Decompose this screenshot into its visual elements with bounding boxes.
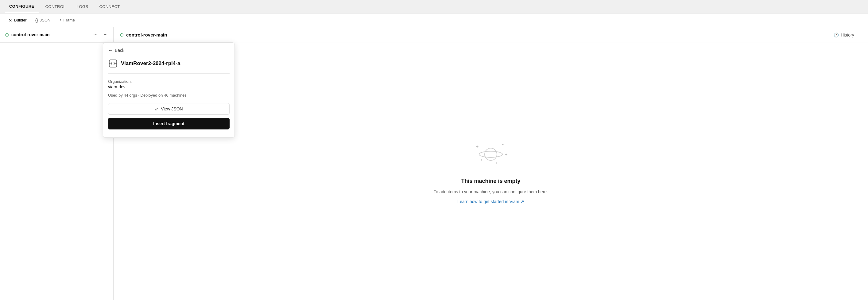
sidebar-title: control-rover-main [11, 32, 50, 37]
usage-text: Used by 44 orgs · Deployed on 46 machine… [108, 93, 229, 98]
nav-logs[interactable]: LOGS [72, 1, 93, 12]
popup-back-label: Back [115, 48, 124, 53]
sidebar-add-button[interactable]: + [102, 31, 108, 38]
org-label: Organization: [108, 79, 229, 84]
view-json-icon: ⤢ [155, 106, 158, 111]
nav-connect[interactable]: CONNECT [95, 1, 124, 12]
insert-fragment-button[interactable]: Insert fragment [108, 118, 229, 129]
subnav-json-label: JSON [40, 18, 51, 23]
content-wifi-icon: ⊙ [120, 32, 124, 38]
builder-icon: ✕ [9, 18, 12, 23]
fragment-dropdown-popup: ← Back ViamRover2-2024-rpi4-a Organizati… [103, 42, 235, 138]
view-json-label: View JSON [161, 106, 183, 111]
external-link-icon: ↗ [521, 199, 524, 204]
content-title: control-rover-main [126, 32, 167, 37]
view-json-button[interactable]: ⤢ View JSON [108, 103, 229, 115]
subnav-builder-label: Builder [14, 18, 26, 23]
empty-description: To add items to your machine, you can co… [434, 189, 548, 194]
frame-icon: ⌖ [59, 18, 62, 23]
top-nav: CONFIGURE CONTROL LOGS CONNECT [0, 0, 868, 13]
subnav-frame[interactable]: ⌖ Frame [56, 15, 79, 25]
content-header-actions: 🕐 History ··· [834, 32, 862, 38]
get-started-link-text: Learn how to get started in Viam [457, 199, 519, 204]
svg-text:✦: ✦ [480, 158, 483, 162]
nav-configure[interactable]: CONFIGURE [5, 1, 39, 12]
subnav-builder[interactable]: ✕ Builder [5, 15, 30, 25]
main-layout: ⊙ control-rover-main ··· + ← Back [0, 27, 868, 300]
history-label: History [841, 33, 854, 37]
insert-fragment-label: Insert fragment [153, 121, 184, 126]
history-clock-icon: 🕐 [834, 33, 839, 37]
fragment-icon [108, 59, 118, 68]
get-started-link[interactable]: Learn how to get started in Viam ↗ [457, 199, 524, 204]
content-title-row: ⊙ control-rover-main [120, 32, 167, 38]
svg-point-8 [485, 148, 497, 160]
svg-text:✦: ✦ [505, 153, 508, 157]
content-more-button[interactable]: ··· [858, 32, 862, 38]
empty-illustration: ✦ ✦ ✦ ✦ ✦ [472, 139, 509, 171]
subnav-frame-label: Frame [64, 18, 75, 23]
sidebar-header: ⊙ control-rover-main ··· + [0, 27, 113, 43]
history-button[interactable]: 🕐 History [834, 33, 854, 37]
org-value: viam-dev [108, 85, 229, 89]
back-arrow-icon: ← [108, 47, 113, 53]
sidebar-more-button[interactable]: ··· [91, 31, 99, 38]
svg-text:✦: ✦ [495, 161, 498, 165]
svg-text:✦: ✦ [501, 143, 504, 146]
json-icon: {} [35, 18, 38, 23]
popup-meta: Organization: viam-dev Used by 44 orgs ·… [108, 79, 229, 98]
svg-point-1 [112, 62, 115, 65]
fragment-name: ViamRover2-2024-rpi4-a [121, 60, 180, 67]
sub-nav: ✕ Builder {} JSON ⌖ Frame [0, 13, 868, 27]
empty-title: This machine is empty [461, 178, 520, 185]
sidebar-actions: ··· + [91, 31, 108, 38]
sidebar-title-row: ⊙ control-rover-main [5, 32, 50, 38]
svg-point-7 [479, 151, 502, 157]
popup-back-button[interactable]: ← Back [108, 47, 124, 53]
subnav-json[interactable]: {} JSON [31, 15, 54, 25]
nav-control[interactable]: CONTROL [41, 1, 70, 12]
wifi-icon: ⊙ [5, 32, 9, 38]
content-header: ⊙ control-rover-main 🕐 History ··· [114, 27, 868, 43]
svg-text:✦: ✦ [475, 144, 479, 149]
sidebar: ⊙ control-rover-main ··· + ← Back [0, 27, 114, 300]
popup-fragment-header: ViamRover2-2024-rpi4-a [108, 59, 229, 74]
